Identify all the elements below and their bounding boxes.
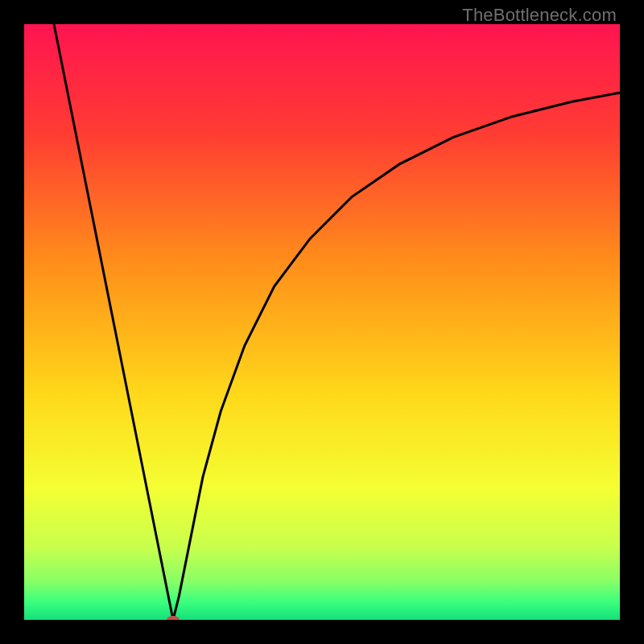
chart-frame	[24, 24, 620, 620]
bottleneck-chart	[24, 24, 620, 620]
watermark-text: TheBottleneck.com	[462, 5, 617, 26]
